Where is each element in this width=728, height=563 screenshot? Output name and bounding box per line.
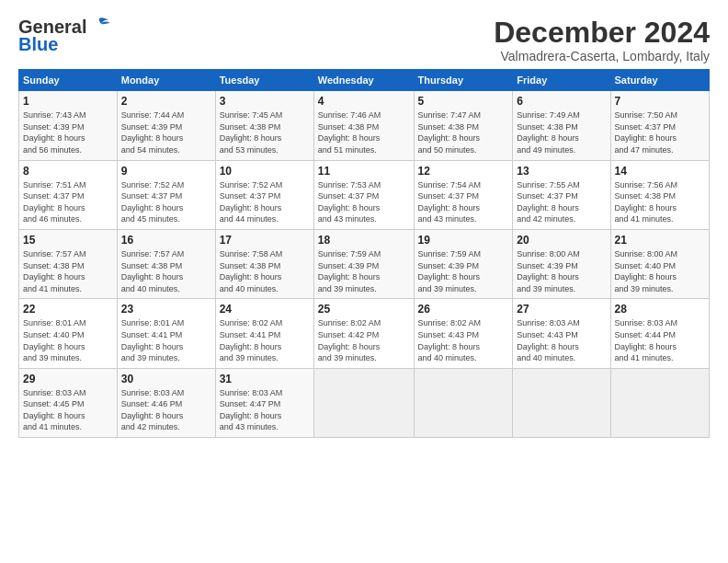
day-detail: Sunrise: 7:58 AMSunset: 4:38 PMDaylight:… bbox=[220, 248, 310, 294]
calendar-day-cell: 18Sunrise: 7:59 AMSunset: 4:39 PMDayligh… bbox=[313, 229, 414, 298]
calendar-day-cell: 19Sunrise: 7:59 AMSunset: 4:39 PMDayligh… bbox=[414, 229, 513, 298]
calendar-day-cell: 9Sunrise: 7:52 AMSunset: 4:37 PMDaylight… bbox=[117, 160, 215, 229]
day-detail: Sunrise: 7:57 AMSunset: 4:38 PMDaylight:… bbox=[23, 248, 113, 294]
day-number: 23 bbox=[121, 303, 211, 316]
day-number: 21 bbox=[615, 234, 705, 247]
calendar-week-row: 8Sunrise: 7:51 AMSunset: 4:37 PMDaylight… bbox=[19, 160, 710, 229]
calendar-day-cell: 12Sunrise: 7:54 AMSunset: 4:37 PMDayligh… bbox=[414, 160, 513, 229]
day-detail: Sunrise: 7:59 AMSunset: 4:39 PMDaylight:… bbox=[418, 248, 509, 294]
day-number: 1 bbox=[23, 95, 113, 108]
calendar-day-cell: 26Sunrise: 8:02 AMSunset: 4:43 PMDayligh… bbox=[414, 299, 513, 368]
col-header-sunday: Sunday bbox=[19, 70, 118, 91]
day-number: 20 bbox=[517, 234, 606, 247]
calendar-day-cell: 31Sunrise: 8:03 AMSunset: 4:47 PMDayligh… bbox=[215, 368, 313, 437]
calendar-day-cell: 29Sunrise: 8:03 AMSunset: 4:45 PMDayligh… bbox=[19, 368, 118, 437]
calendar-day-cell bbox=[513, 368, 610, 437]
day-detail: Sunrise: 8:03 AMSunset: 4:45 PMDaylight:… bbox=[23, 387, 113, 433]
day-detail: Sunrise: 8:02 AMSunset: 4:43 PMDaylight:… bbox=[418, 317, 509, 363]
day-detail: Sunrise: 7:45 AMSunset: 4:38 PMDaylight:… bbox=[220, 109, 310, 155]
calendar-day-cell: 11Sunrise: 7:53 AMSunset: 4:37 PMDayligh… bbox=[313, 160, 414, 229]
day-number: 19 bbox=[418, 234, 509, 247]
day-detail: Sunrise: 7:55 AMSunset: 4:37 PMDaylight:… bbox=[517, 179, 606, 225]
day-detail: Sunrise: 8:02 AMSunset: 4:42 PMDaylight:… bbox=[318, 317, 410, 363]
calendar-day-cell: 8Sunrise: 7:51 AMSunset: 4:37 PMDaylight… bbox=[19, 160, 118, 229]
day-detail: Sunrise: 7:57 AMSunset: 4:38 PMDaylight:… bbox=[121, 248, 211, 294]
calendar-header-row: SundayMondayTuesdayWednesdayThursdayFrid… bbox=[19, 70, 710, 91]
col-header-friday: Friday bbox=[513, 70, 610, 91]
day-number: 11 bbox=[318, 165, 410, 178]
month-title: December 2024 bbox=[494, 17, 710, 49]
day-detail: Sunrise: 8:03 AMSunset: 4:47 PMDaylight:… bbox=[220, 387, 310, 433]
calendar-day-cell: 20Sunrise: 8:00 AMSunset: 4:39 PMDayligh… bbox=[513, 229, 610, 298]
logo: General Blue bbox=[18, 17, 110, 55]
calendar-page: General Blue December 2024 Valmadrera-Ca… bbox=[0, 0, 728, 449]
day-number: 7 bbox=[615, 95, 705, 108]
calendar-day-cell: 22Sunrise: 8:01 AMSunset: 4:40 PMDayligh… bbox=[19, 299, 118, 368]
day-number: 27 bbox=[517, 303, 606, 316]
calendar-day-cell: 2Sunrise: 7:44 AMSunset: 4:39 PMDaylight… bbox=[117, 91, 215, 160]
day-number: 31 bbox=[220, 373, 310, 385]
day-detail: Sunrise: 7:43 AMSunset: 4:39 PMDaylight:… bbox=[23, 109, 113, 155]
title-block: December 2024 Valmadrera-Caserta, Lombar… bbox=[494, 17, 710, 63]
day-number: 2 bbox=[121, 95, 211, 108]
day-number: 3 bbox=[220, 95, 310, 108]
calendar-day-cell: 21Sunrise: 8:00 AMSunset: 4:40 PMDayligh… bbox=[610, 229, 709, 298]
calendar-week-row: 22Sunrise: 8:01 AMSunset: 4:40 PMDayligh… bbox=[19, 299, 710, 368]
col-header-saturday: Saturday bbox=[610, 70, 709, 91]
day-number: 6 bbox=[517, 95, 606, 108]
day-detail: Sunrise: 7:44 AMSunset: 4:39 PMDaylight:… bbox=[121, 109, 211, 155]
day-number: 10 bbox=[220, 165, 310, 178]
logo-blue: Blue bbox=[18, 34, 58, 55]
calendar-day-cell: 6Sunrise: 7:49 AMSunset: 4:38 PMDaylight… bbox=[513, 91, 610, 160]
calendar-day-cell: 25Sunrise: 8:02 AMSunset: 4:42 PMDayligh… bbox=[313, 299, 414, 368]
day-detail: Sunrise: 8:03 AMSunset: 4:44 PMDaylight:… bbox=[615, 317, 705, 363]
day-detail: Sunrise: 7:46 AMSunset: 4:38 PMDaylight:… bbox=[318, 109, 410, 155]
day-number: 5 bbox=[418, 95, 509, 108]
calendar-day-cell: 27Sunrise: 8:03 AMSunset: 4:43 PMDayligh… bbox=[513, 299, 610, 368]
calendar-day-cell: 16Sunrise: 7:57 AMSunset: 4:38 PMDayligh… bbox=[117, 229, 215, 298]
day-number: 28 bbox=[615, 303, 705, 316]
logo-bird-icon bbox=[88, 17, 110, 35]
calendar-day-cell: 28Sunrise: 8:03 AMSunset: 4:44 PMDayligh… bbox=[610, 299, 709, 368]
day-number: 25 bbox=[318, 303, 410, 316]
calendar-day-cell: 13Sunrise: 7:55 AMSunset: 4:37 PMDayligh… bbox=[513, 160, 610, 229]
calendar-day-cell: 24Sunrise: 8:02 AMSunset: 4:41 PMDayligh… bbox=[215, 299, 313, 368]
day-number: 15 bbox=[23, 234, 113, 247]
calendar-day-cell: 4Sunrise: 7:46 AMSunset: 4:38 PMDaylight… bbox=[313, 91, 414, 160]
day-number: 8 bbox=[23, 165, 113, 178]
calendar-week-row: 1Sunrise: 7:43 AMSunset: 4:39 PMDaylight… bbox=[19, 91, 710, 160]
day-number: 30 bbox=[121, 373, 211, 385]
calendar-day-cell: 17Sunrise: 7:58 AMSunset: 4:38 PMDayligh… bbox=[215, 229, 313, 298]
day-detail: Sunrise: 8:01 AMSunset: 4:41 PMDaylight:… bbox=[121, 317, 211, 363]
day-number: 22 bbox=[23, 303, 113, 316]
day-detail: Sunrise: 8:02 AMSunset: 4:41 PMDaylight:… bbox=[220, 317, 310, 363]
header: General Blue December 2024 Valmadrera-Ca… bbox=[18, 17, 710, 63]
calendar-table: SundayMondayTuesdayWednesdayThursdayFrid… bbox=[18, 69, 710, 438]
calendar-week-row: 29Sunrise: 8:03 AMSunset: 4:45 PMDayligh… bbox=[19, 368, 710, 437]
day-number: 24 bbox=[220, 303, 310, 316]
col-header-wednesday: Wednesday bbox=[313, 70, 414, 91]
calendar-day-cell bbox=[313, 368, 414, 437]
day-detail: Sunrise: 8:03 AMSunset: 4:43 PMDaylight:… bbox=[517, 317, 606, 363]
calendar-day-cell: 7Sunrise: 7:50 AMSunset: 4:37 PMDaylight… bbox=[610, 91, 709, 160]
day-number: 29 bbox=[23, 373, 113, 385]
day-detail: Sunrise: 7:47 AMSunset: 4:38 PMDaylight:… bbox=[418, 109, 509, 155]
day-detail: Sunrise: 7:50 AMSunset: 4:37 PMDaylight:… bbox=[615, 109, 705, 155]
location-title: Valmadrera-Caserta, Lombardy, Italy bbox=[494, 49, 710, 63]
day-number: 12 bbox=[418, 165, 509, 178]
day-number: 18 bbox=[318, 234, 410, 247]
calendar-day-cell: 1Sunrise: 7:43 AMSunset: 4:39 PMDaylight… bbox=[19, 91, 118, 160]
day-detail: Sunrise: 7:52 AMSunset: 4:37 PMDaylight:… bbox=[220, 179, 310, 225]
calendar-day-cell: 23Sunrise: 8:01 AMSunset: 4:41 PMDayligh… bbox=[117, 299, 215, 368]
calendar-day-cell: 30Sunrise: 8:03 AMSunset: 4:46 PMDayligh… bbox=[117, 368, 215, 437]
day-detail: Sunrise: 7:53 AMSunset: 4:37 PMDaylight:… bbox=[318, 179, 410, 225]
day-detail: Sunrise: 8:03 AMSunset: 4:46 PMDaylight:… bbox=[121, 387, 211, 433]
day-detail: Sunrise: 7:51 AMSunset: 4:37 PMDaylight:… bbox=[23, 179, 113, 225]
day-number: 16 bbox=[121, 234, 211, 247]
col-header-tuesday: Tuesday bbox=[215, 70, 313, 91]
day-detail: Sunrise: 7:59 AMSunset: 4:39 PMDaylight:… bbox=[318, 248, 410, 294]
calendar-day-cell bbox=[414, 368, 513, 437]
day-detail: Sunrise: 8:00 AMSunset: 4:39 PMDaylight:… bbox=[517, 248, 606, 294]
day-detail: Sunrise: 7:54 AMSunset: 4:37 PMDaylight:… bbox=[418, 179, 509, 225]
calendar-week-row: 15Sunrise: 7:57 AMSunset: 4:38 PMDayligh… bbox=[19, 229, 710, 298]
